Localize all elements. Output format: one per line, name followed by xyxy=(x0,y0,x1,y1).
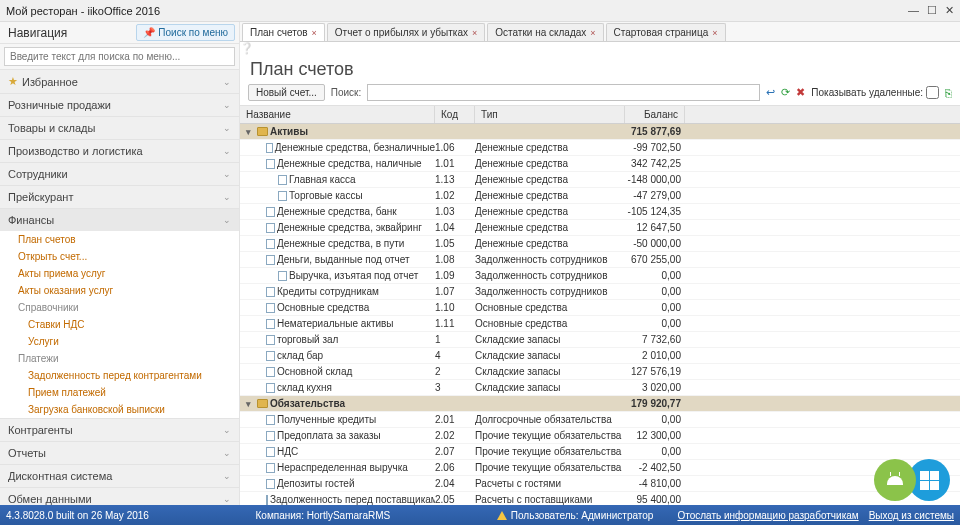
table-row[interactable]: Денежные средства, безналичные1.06Денежн… xyxy=(240,140,960,156)
star-icon: ★ xyxy=(8,75,18,88)
close-tab-icon[interactable]: × xyxy=(590,28,595,38)
search-label: Поиск: xyxy=(331,87,362,98)
sidebar-section[interactable]: Обмен данными⌄ xyxy=(0,488,239,505)
tab[interactable]: Отчет о прибылях и убытках× xyxy=(327,23,485,41)
user-label: Пользователь: Администратор xyxy=(511,510,654,521)
table-row[interactable]: Выручка, изъятая под отчет1.09Задолженно… xyxy=(240,268,960,284)
table-row[interactable]: Задолженность перед поставщиками2.05Расч… xyxy=(240,492,960,505)
back-arrow-icon[interactable]: ↩ xyxy=(766,86,775,99)
tab[interactable]: Стартовая страница× xyxy=(606,23,726,41)
page-icon xyxy=(266,143,273,153)
sidebar-item[interactable]: Справочники xyxy=(0,299,239,316)
logout-link[interactable]: Выход из системы xyxy=(869,510,954,521)
send-dev-link[interactable]: Отослать информацию разработчикам xyxy=(677,510,858,521)
sidebar-item[interactable]: Задолженность перед контрагентами xyxy=(0,367,239,384)
table-row[interactable]: Основные средства1.10Основные средства0,… xyxy=(240,300,960,316)
sidebar-item[interactable]: Платежи xyxy=(0,350,239,367)
sidebar-section[interactable]: Товары и склады⌄ xyxy=(0,117,239,139)
table-row[interactable]: ▾Активы715 877,69 xyxy=(240,124,960,140)
table-row[interactable]: склад бар4Складские запасы2 010,00 xyxy=(240,348,960,364)
table-row[interactable]: Нераспределенная выручка2.06Прочие текущ… xyxy=(240,460,960,476)
content-area: План счетов×Отчет о прибылях и убытках×О… xyxy=(240,22,960,505)
sidebar-item[interactable]: Акты приема услуг xyxy=(0,265,239,282)
table-row[interactable]: Основной склад2Складские запасы127 576,1… xyxy=(240,364,960,380)
sidebar-section[interactable]: Дисконтная система⌄ xyxy=(0,465,239,487)
table-row[interactable]: ▾Обязательства179 920,77 xyxy=(240,396,960,412)
table-row[interactable]: Деньги, выданные под отчет1.08Задолженно… xyxy=(240,252,960,268)
minimize-icon[interactable]: — xyxy=(908,4,919,17)
page-icon xyxy=(266,303,275,313)
chevron-down-icon: ⌄ xyxy=(223,77,231,87)
sidebar-section[interactable]: Отчеты⌄ xyxy=(0,442,239,464)
col-type[interactable]: Тип xyxy=(475,106,625,123)
sidebar-item[interactable]: Загрузка банковской выписки xyxy=(0,401,239,418)
chevron-down-icon: ⌄ xyxy=(223,146,231,156)
sidebar-item[interactable]: Услуги xyxy=(0,333,239,350)
sidebar-section[interactable]: Сотрудники⌄ xyxy=(0,163,239,185)
export-icon[interactable]: ⎘ xyxy=(945,87,952,99)
table-row[interactable]: Денежные средства, наличные1.01Денежные … xyxy=(240,156,960,172)
sidebar-section[interactable]: Розничные продажи⌄ xyxy=(0,94,239,116)
table-row[interactable]: Кредиты сотрудникам1.07Задолженность сот… xyxy=(240,284,960,300)
table-row[interactable]: Депозиты гостей2.04Расчеты с гостями-4 8… xyxy=(240,476,960,492)
table-row[interactable]: Денежные средства, банк1.03Денежные сред… xyxy=(240,204,960,220)
new-account-button[interactable]: Новый счет... xyxy=(248,84,325,101)
android-icon xyxy=(887,476,903,485)
chevron-down-icon: ⌄ xyxy=(223,494,231,504)
show-deleted-label[interactable]: Показывать удаленные: xyxy=(811,86,939,99)
menu-search-button[interactable]: 📌 Поиск по меню xyxy=(136,24,235,41)
sidebar-section[interactable]: ★Избранное⌄ xyxy=(0,70,239,93)
table-row[interactable]: Предоплата за заказы2.02Прочие текущие о… xyxy=(240,428,960,444)
help-icon[interactable]: ❔ xyxy=(240,42,960,55)
table-row[interactable]: склад кухня3Складские запасы3 020,00 xyxy=(240,380,960,396)
sidebar-item[interactable]: Прием платежей xyxy=(0,384,239,401)
collapse-icon[interactable]: ▾ xyxy=(246,399,255,409)
grid-body[interactable]: ▾Активы715 877,69Денежные средства, безн… xyxy=(240,124,960,505)
delete-icon[interactable]: ✖ xyxy=(796,86,805,99)
page-icon xyxy=(266,207,275,217)
maximize-icon[interactable]: ☐ xyxy=(927,4,937,17)
table-row[interactable]: Денежные средства, эквайринг1.04Денежные… xyxy=(240,220,960,236)
table-row[interactable]: Нематериальные активы1.11Основные средст… xyxy=(240,316,960,332)
close-tab-icon[interactable]: × xyxy=(712,28,717,38)
sidebar-item[interactable]: Акты оказания услуг xyxy=(0,282,239,299)
version-label: 4.3.8028.0 built on 26 May 2016 xyxy=(6,510,149,521)
sidebar-section[interactable]: Производство и логистика⌄ xyxy=(0,140,239,162)
page-icon xyxy=(266,367,275,377)
page-icon xyxy=(266,335,275,345)
sidebar-item[interactable]: Открыть счет... xyxy=(0,248,239,265)
page-icon xyxy=(278,271,287,281)
table-row[interactable]: Денежные средства, в пути1.05Денежные ср… xyxy=(240,236,960,252)
refresh-icon[interactable]: ⟳ xyxy=(781,86,790,99)
show-deleted-checkbox[interactable] xyxy=(926,86,939,99)
table-row[interactable]: Полученные кредиты2.01Долгосрочные обяза… xyxy=(240,412,960,428)
nav-title: Навигация xyxy=(4,26,136,40)
sidebar-item[interactable]: План счетов xyxy=(0,231,239,248)
sidebar-section[interactable]: Финансы⌄ xyxy=(0,209,239,231)
platform-logo xyxy=(874,459,950,501)
page-icon xyxy=(266,287,275,297)
col-balance[interactable]: Баланс xyxy=(625,106,685,123)
grid-search-input[interactable] xyxy=(367,84,760,101)
table-row[interactable]: торговый зал1Складские запасы7 732,60 xyxy=(240,332,960,348)
collapse-icon[interactable]: ▾ xyxy=(246,127,255,137)
sidebar-search-input[interactable] xyxy=(4,47,235,66)
page-icon xyxy=(266,447,275,457)
sidebar-list: ★Избранное⌄Розничные продажи⌄Товары и ск… xyxy=(0,70,239,505)
toolbar: Новый счет... Поиск: ↩ ⟳ ✖ Показывать уд… xyxy=(240,82,960,106)
sidebar-section[interactable]: Контрагенты⌄ xyxy=(0,419,239,441)
col-code[interactable]: Код xyxy=(435,106,475,123)
close-tab-icon[interactable]: × xyxy=(312,28,317,38)
tab[interactable]: Остатки на складах× xyxy=(487,23,603,41)
page-icon xyxy=(278,191,287,201)
table-row[interactable]: Торговые кассы1.02Денежные средства-47 2… xyxy=(240,188,960,204)
table-row[interactable]: НДС2.07Прочие текущие обязательства0,00 xyxy=(240,444,960,460)
col-name[interactable]: Название xyxy=(240,106,435,123)
table-row[interactable]: Главная касса1.13Денежные средства-148 0… xyxy=(240,172,960,188)
titlebar: Мой ресторан - iikoOffice 2016 — ☐ ✕ xyxy=(0,0,960,22)
sidebar-item[interactable]: Ставки НДС xyxy=(0,316,239,333)
sidebar-section[interactable]: Прейскурант⌄ xyxy=(0,186,239,208)
close-tab-icon[interactable]: × xyxy=(472,28,477,38)
tab[interactable]: План счетов× xyxy=(242,23,325,41)
close-icon[interactable]: ✕ xyxy=(945,4,954,17)
